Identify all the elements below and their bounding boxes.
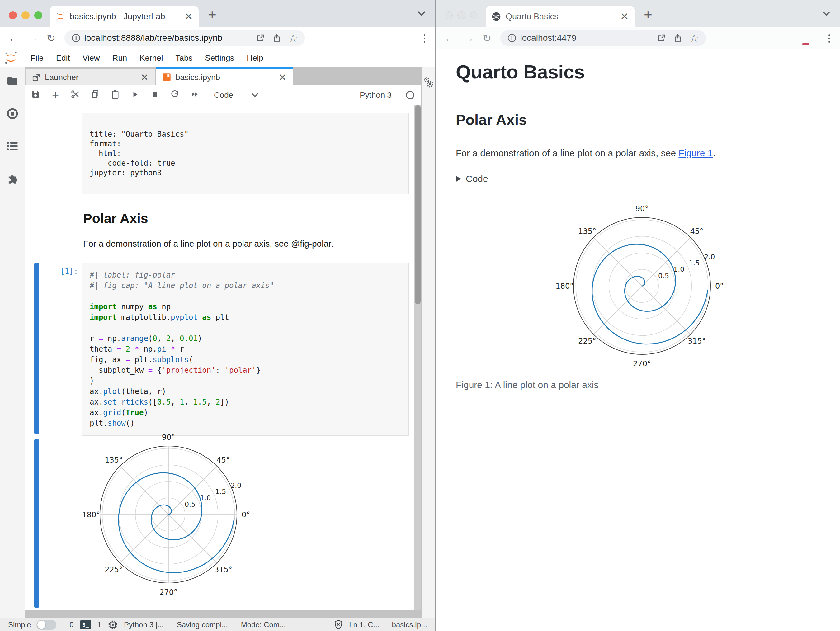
svg-text:180°: 180°	[556, 282, 573, 291]
zoom-window-button[interactable]	[470, 11, 478, 19]
kernel-count: 1	[98, 620, 101, 629]
figure-1-link[interactable]: Figure 1	[678, 148, 713, 158]
url-text: localhost:4479	[520, 33, 651, 43]
new-tab-button[interactable]: +	[208, 6, 216, 23]
jupyterlab-menubar: File Edit View Run Kernel Tabs Settings …	[0, 49, 435, 67]
open-in-window-icon[interactable]	[256, 33, 265, 43]
bookmark-star-icon[interactable]: ☆	[689, 32, 699, 44]
window-controls	[9, 11, 43, 19]
section-divider	[456, 135, 822, 136]
interrupt-kernel-button[interactable]	[150, 91, 160, 100]
cursor-position-text[interactable]: Ln 1, C...	[349, 620, 379, 629]
save-button[interactable]	[30, 90, 41, 100]
tab-search-chevron-icon[interactable]	[822, 11, 831, 16]
run-cell-button[interactable]	[130, 90, 141, 100]
browser-tab[interactable]: basics.ipynb - JupyterLab ✕	[50, 6, 199, 27]
code-cell-editor[interactable]: #| label: fig-polar#| fig-cap: "A line p…	[82, 263, 409, 436]
property-inspector-gears-icon[interactable]	[423, 76, 435, 90]
menu-help[interactable]: Help	[240, 53, 269, 63]
svg-text:0.5: 0.5	[658, 272, 669, 280]
kernel-name-button[interactable]: Python 3	[360, 90, 392, 100]
site-info-icon[interactable]	[71, 33, 81, 43]
browser-toolbar: ← → ↻ localhost:4479	[436, 27, 840, 49]
jupyterlab-app: File Edit View Run Kernel Tabs Settings …	[0, 49, 435, 631]
svg-text:270°: 270°	[159, 588, 177, 597]
kernel-status-icon[interactable]	[406, 91, 414, 100]
menu-edit[interactable]: Edit	[50, 53, 76, 63]
jupyterlab-browser-window: basics.ipynb - JupyterLab ✕ + ← → ↻ loca…	[0, 0, 436, 631]
bookmark-star-icon[interactable]: ☆	[288, 32, 298, 44]
cut-cells-button[interactable]	[70, 89, 81, 101]
zoom-window-button[interactable]	[34, 11, 43, 19]
share-icon[interactable]	[272, 33, 281, 43]
site-info-icon[interactable]	[507, 33, 516, 43]
menu-tabs[interactable]: Tabs	[169, 53, 199, 63]
notebook-toolbar: +	[25, 85, 421, 105]
tab-notebook[interactable]: basics.ipynb ✕	[156, 67, 293, 85]
forward-icon[interactable]: →	[27, 32, 39, 44]
svg-text:45°: 45°	[690, 227, 703, 236]
minimize-window-button[interactable]	[457, 11, 466, 19]
share-icon[interactable]	[673, 33, 682, 43]
cell-type-chevron-icon[interactable]	[251, 92, 259, 98]
minimize-window-button[interactable]	[22, 11, 30, 19]
menu-view[interactable]: View	[76, 53, 106, 63]
new-tab-button[interactable]: +	[644, 6, 652, 23]
trust-shield-icon[interactable]	[333, 620, 343, 630]
address-bar[interactable]: localhost:4479 ☆	[501, 30, 706, 46]
svg-text:1.5: 1.5	[215, 488, 226, 495]
forward-icon[interactable]: →	[463, 32, 474, 44]
extension-manager-icon[interactable]	[6, 172, 19, 186]
menu-kernel[interactable]: Kernel	[133, 53, 169, 63]
paste-cells-button[interactable]	[110, 89, 120, 101]
close-window-button[interactable]	[9, 11, 17, 19]
kernel-chip-icon[interactable]	[108, 620, 118, 630]
reload-icon[interactable]: ↻	[47, 33, 56, 43]
simple-mode-toggle[interactable]	[36, 620, 56, 630]
svg-text:270°: 270°	[633, 359, 651, 368]
close-tab-icon[interactable]: ✕	[184, 11, 193, 22]
open-in-window-icon[interactable]	[657, 33, 666, 43]
browser-tab[interactable]: Quarto Basics ✕	[486, 6, 635, 27]
code-fold-disclosure[interactable]: Code	[456, 174, 488, 184]
scrollbar-thumb[interactable]	[415, 105, 421, 304]
output-collapser[interactable]	[34, 439, 39, 608]
kernel-status-text[interactable]: Python 3 |...	[124, 620, 164, 629]
svg-text:225°: 225°	[104, 565, 123, 574]
insert-cell-button[interactable]: +	[50, 89, 61, 102]
tab-launcher-label: Launcher	[45, 73, 79, 82]
menu-run[interactable]: Run	[106, 53, 134, 63]
raw-cell-text: --- title: "Quarto Basics" format: html:…	[90, 120, 401, 188]
browser-menu-icon[interactable]	[829, 34, 830, 43]
notebook-scrollbar[interactable]	[414, 105, 421, 610]
svg-text:0.5: 0.5	[185, 500, 196, 508]
raw-frontmatter-cell[interactable]: --- title: "Quarto Basics" format: html:…	[82, 113, 409, 195]
tab-search-chevron-icon[interactable]	[417, 11, 426, 16]
editor-mode-text: Mode: Com...	[241, 620, 286, 629]
file-browser-icon[interactable]	[6, 75, 19, 87]
terminal-icon[interactable]: $_	[80, 620, 91, 629]
input-collapser[interactable]	[34, 263, 39, 435]
back-icon[interactable]: ←	[8, 32, 19, 44]
cell-type-select[interactable]: Code	[214, 90, 233, 100]
menu-file[interactable]: File	[24, 53, 50, 63]
close-launcher-tab-icon[interactable]: ✕	[141, 72, 148, 83]
address-bar[interactable]: localhost:8888/lab/tree/basics.ipynb ☆	[65, 30, 305, 46]
restart-kernel-button[interactable]	[170, 90, 180, 100]
notebook-scroll-area[interactable]: --- title: "Quarto Basics" format: html:…	[25, 105, 414, 610]
tab-launcher[interactable]: Launcher ✕	[25, 69, 155, 85]
terminal-count: 0	[69, 620, 73, 629]
browser-menu-icon[interactable]	[424, 34, 425, 43]
page-title: Quarto Basics	[456, 61, 585, 83]
copy-cells-button[interactable]	[90, 89, 101, 101]
close-window-button[interactable]	[445, 11, 453, 19]
running-kernels-icon[interactable]	[6, 107, 19, 120]
restart-and-run-all-button[interactable]	[189, 90, 200, 100]
close-tab-icon[interactable]: ✕	[620, 11, 629, 22]
table-of-contents-icon[interactable]	[6, 141, 19, 151]
close-notebook-tab-icon[interactable]: ✕	[279, 72, 286, 83]
menu-settings[interactable]: Settings	[199, 53, 240, 63]
dock-panel: Launcher ✕ basics.ipynb ✕	[25, 67, 421, 618]
reload-icon[interactable]: ↻	[483, 33, 492, 43]
back-icon[interactable]: ←	[444, 32, 455, 44]
